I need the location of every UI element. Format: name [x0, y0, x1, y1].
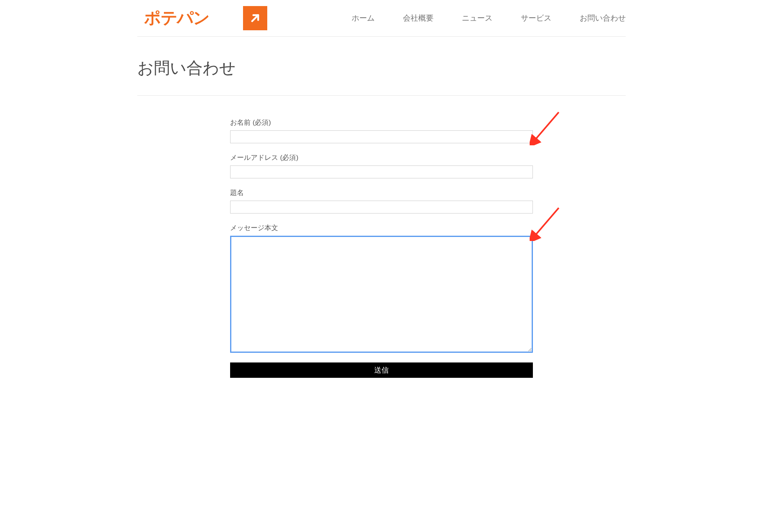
name-input[interactable] [230, 130, 533, 143]
field-email: メールアドレス (必須) [230, 153, 533, 178]
email-input[interactable] [230, 165, 533, 178]
subject-input[interactable] [230, 201, 533, 214]
field-name: お名前 (必須) [230, 118, 533, 143]
svg-line-2 [535, 208, 559, 236]
field-message: メッセージ本文 [230, 223, 533, 354]
form-container: お名前 (必須) メールアドレス (必須) 題名 メッセージ本文 送信 [137, 96, 626, 394]
logo-arrow-icon [243, 6, 267, 30]
nav-contact[interactable]: お問い合わせ [580, 13, 626, 23]
submit-button[interactable]: 送信 [230, 362, 533, 378]
svg-line-1 [535, 112, 559, 140]
annotation-arrow-2 [530, 205, 562, 241]
svg-text:ポテパン: ポテパン [144, 8, 209, 27]
title-section: お問い合わせ [137, 37, 626, 96]
message-label: メッセージ本文 [230, 223, 533, 232]
page-title: お問い合わせ [137, 57, 626, 79]
main-nav: ホーム 会社概要 ニュース サービス お問い合わせ [352, 13, 626, 23]
site-header: ポテパン ホーム 会社概要 ニュース サービス お問い合わせ [137, 0, 626, 37]
annotation-arrow-1 [530, 109, 562, 145]
subject-label: 題名 [230, 188, 533, 197]
nav-company[interactable]: 会社概要 [403, 13, 434, 23]
logo-text-icon: ポテパン [137, 8, 238, 28]
nav-home[interactable]: ホーム [352, 13, 375, 23]
email-label: メールアドレス (必須) [230, 153, 533, 162]
field-subject: 題名 [230, 188, 533, 214]
nav-news[interactable]: ニュース [462, 13, 493, 23]
nav-services[interactable]: サービス [521, 13, 551, 23]
logo-link[interactable]: ポテパン [137, 6, 267, 30]
name-label: お名前 (必須) [230, 118, 533, 127]
contact-form: お名前 (必須) メールアドレス (必須) 題名 メッセージ本文 送信 [230, 118, 533, 378]
message-textarea[interactable] [230, 236, 533, 353]
